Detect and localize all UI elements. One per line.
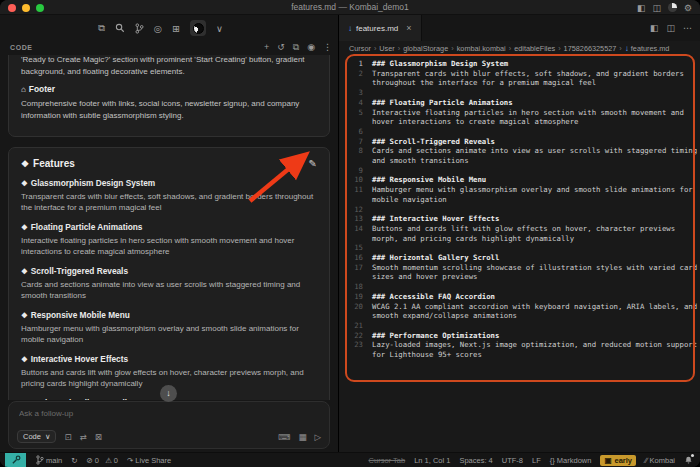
target-icon[interactable]: ◎ — [154, 23, 162, 34]
line-wrap-text: sizes and hover previews — [372, 272, 477, 282]
breadcrumb-separator-icon: › — [558, 44, 560, 53]
breadcrumb-item[interactable]: ↓features.md› — [625, 44, 670, 53]
cursor-position-status[interactable]: Ln 1, Col 1 — [414, 456, 450, 465]
diamond-icon: ❖ — [21, 223, 28, 232]
cube-icon[interactable]: ⊡ — [64, 432, 71, 442]
chat-input-box[interactable]: Code∨ ⊡ ⇄ ⊠ ⌨ ▦ ▷ — [8, 401, 330, 449]
feature-description: Cards and sections animate into view as … — [21, 279, 317, 301]
git-branch-status[interactable]: main — [36, 455, 62, 465]
live-share-button[interactable]: ↷ Live Share — [127, 456, 171, 465]
line-text: ### Floating Particle Animations — [372, 98, 513, 108]
line-number: 9 — [339, 166, 363, 176]
kombai-status[interactable]: ∕∕ Kombai — [645, 456, 675, 465]
breadcrumb-item[interactable]: ↓kombai.kombai› — [457, 44, 515, 53]
code-area[interactable]: 1### Glassmorphism Design System 2Transp… — [339, 55, 700, 452]
file-download-icon: ↓ — [348, 24, 352, 33]
line-number: 16 — [339, 253, 363, 263]
edit-pencil-icon[interactable]: ✎ — [309, 158, 317, 169]
indentation-status[interactable]: Spaces: 4 — [459, 456, 492, 465]
sliders-icon[interactable]: ⇄ — [80, 432, 87, 442]
title-bar: features.md — Kombai_demo1 ◧ ◫ ⚙ — [0, 0, 700, 15]
line-wrap-text: mobile navigation — [372, 195, 447, 205]
tab-features-md[interactable]: ↓ features.md × — [339, 15, 422, 41]
more-actions-icon[interactable]: ⋯ — [683, 23, 692, 33]
feature-title: ❖Responsive Mobile Menu — [21, 310, 317, 321]
image-icon[interactable]: ▦ — [298, 432, 306, 442]
line-number: 2 — [339, 69, 363, 79]
line-wrap-text: for Lighthouse 95+ scores — [372, 350, 482, 360]
line-number: 6 — [339, 127, 363, 137]
chevron-down-icon[interactable]: ∨ — [216, 23, 223, 34]
cursor-logo-icon[interactable] — [668, 3, 677, 12]
git-branch-icon[interactable] — [135, 23, 144, 34]
duplicate-icon[interactable]: ⧉ — [293, 42, 299, 53]
close-window-button[interactable] — [8, 4, 16, 12]
window-controls[interactable] — [8, 4, 44, 12]
diamond-icon: ❖ — [21, 179, 28, 188]
breadcrumb-item[interactable]: ↓editableFiles› — [514, 44, 563, 53]
search-icon[interactable] — [115, 23, 125, 33]
code-line: 1### Glassmorphism Design System — [339, 59, 700, 69]
code-line: 7### Scroll-Triggered Reveals — [339, 137, 700, 147]
frame-icon[interactable]: ⊠ — [95, 432, 102, 442]
line-number: 22 — [339, 331, 363, 341]
line-number: 18 — [339, 282, 363, 292]
breadcrumb-item[interactable]: ↓globalStorage› — [403, 44, 456, 53]
sync-icon[interactable]: ↻ — [71, 456, 77, 465]
layout-icon[interactable]: ◫ — [652, 3, 661, 13]
send-icon[interactable]: ▷ — [314, 432, 321, 442]
diamond-icon: ❖ — [21, 355, 28, 364]
line-number: 14 — [339, 224, 363, 234]
line-number: 12 — [339, 205, 363, 215]
footer-paragraph: Comprehensive footer with links, social … — [21, 98, 317, 121]
eol-status[interactable]: LF — [532, 456, 541, 465]
line-text: Transparent cards with blur effects, sof… — [372, 69, 684, 79]
settings-gear-icon[interactable]: ⚙ — [684, 3, 692, 13]
code-line: 21 — [339, 321, 700, 331]
chevron-down-icon: ∨ — [45, 432, 51, 441]
tab-label: features.md — [356, 24, 398, 33]
mode-dropdown[interactable]: Code∨ — [17, 430, 56, 443]
feature-description: Hamburger menu with glassmorphism overla… — [21, 323, 317, 345]
grid-icon[interactable]: ⊞ — [172, 23, 180, 34]
cursor-tab-status[interactable]: Cursor Tab — [369, 456, 406, 465]
scroll-down-button[interactable]: ↓ — [160, 385, 177, 402]
line-number: 15 — [339, 243, 363, 253]
breadcrumb-item[interactable]: ↓1758266325527› — [564, 44, 625, 53]
account-icon[interactable]: ◉ — [307, 42, 315, 53]
maximize-window-button[interactable] — [36, 4, 44, 12]
kombai-logo-icon[interactable] — [190, 20, 206, 36]
toggle-panel-left-icon[interactable]: ◧ — [637, 3, 646, 13]
close-tab-icon[interactable]: × — [406, 23, 411, 33]
encoding-status[interactable]: UTF-8 — [502, 456, 523, 465]
line-text: ### Horizontal Gallery Scroll — [372, 253, 499, 263]
kebab-menu-icon[interactable]: ⋮ — [323, 42, 332, 53]
breadcrumb-separator-icon: › — [374, 44, 376, 53]
line-text: ### Responsive Mobile Menu — [372, 175, 486, 185]
copy-icon[interactable]: ⧉ — [98, 22, 105, 34]
keyboard-icon[interactable]: ⌨ — [278, 432, 290, 442]
followup-input[interactable] — [9, 402, 313, 418]
split-editor-icon[interactable]: ◫ — [666, 23, 675, 33]
breadcrumb-item[interactable]: ↓Cursor› — [349, 44, 379, 53]
line-wrap-text: morph, and pricing cards highlight dynam… — [372, 234, 574, 244]
tab-bar: ↓ features.md × ◧ ◫ ⋯ — [339, 15, 700, 41]
feature-description: Transparent cards with blur effects, sof… — [21, 191, 317, 213]
early-version-badge[interactable]: ▣ early — [600, 455, 636, 466]
line-number: 13 — [339, 214, 363, 224]
feature-item: ❖Scroll-Triggered Reveals Cards and sect… — [21, 266, 317, 301]
breadcrumb-item[interactable]: ↓User› — [379, 44, 403, 53]
history-icon[interactable]: ↺ — [277, 42, 285, 53]
line-number: 10 — [339, 175, 363, 185]
remote-indicator[interactable] — [5, 453, 26, 467]
minimize-window-button[interactable] — [22, 4, 30, 12]
add-icon[interactable]: + — [264, 42, 269, 53]
line-number: 21 — [339, 321, 363, 331]
code-line: 12 — [339, 205, 700, 215]
file-download-icon: ↓ — [625, 44, 629, 53]
open-changes-icon[interactable]: ◧ — [650, 23, 659, 33]
problems-status[interactable]: ⊘0 ⚠0 — [87, 456, 118, 465]
language-status[interactable]: {} Markdown — [550, 456, 592, 465]
code-line: 6 — [339, 127, 700, 137]
notifications-bell-icon[interactable] — [684, 455, 693, 465]
